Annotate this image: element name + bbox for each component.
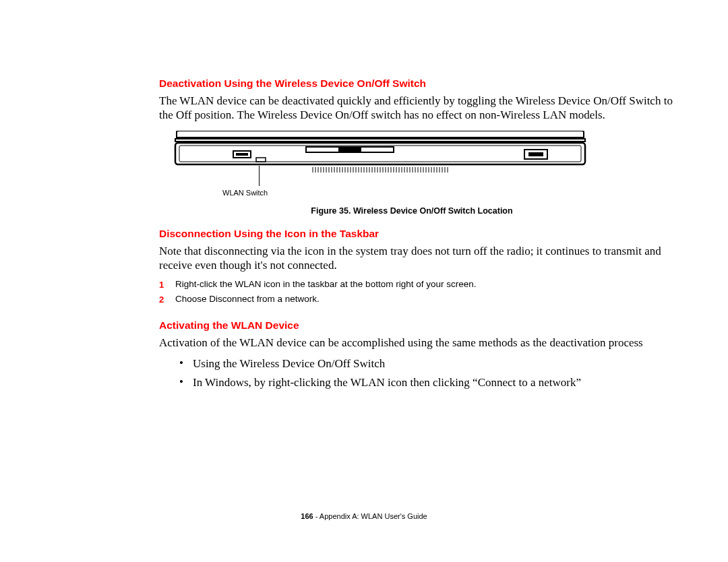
- device-figure: WLAN Switch: [171, 131, 589, 177]
- bullet-icon: •: [179, 375, 193, 389]
- step-text: Right-click the WLAN icon in the taskbar…: [175, 279, 476, 290]
- figure-wrap: WLAN Switch Figure 35. Wireless Device O…: [171, 131, 679, 216]
- page-footer: 166 - Appendix A: WLAN User's Guide: [0, 512, 728, 520]
- numbered-steps: 1 Right-click the WLAN icon in the taskb…: [159, 279, 679, 305]
- section3-body: Activation of the WLAN device can be acc…: [159, 336, 679, 350]
- step-row: 2 Choose Disconnect from a network.: [159, 294, 679, 305]
- step-number: 2: [159, 294, 175, 305]
- figure-caption: Figure 35. Wireless Device On/Off Switch…: [144, 206, 679, 216]
- footer-sep: -: [313, 512, 320, 520]
- callout-leader-line: [259, 166, 260, 186]
- svg-rect-4: [236, 153, 248, 156]
- section3-heading: Activating the WLAN Device: [159, 319, 679, 332]
- step-number: 1: [159, 279, 175, 290]
- bullet-row: • In Windows, by right-clicking the WLAN…: [179, 375, 679, 389]
- page-number: 166: [301, 512, 313, 520]
- section2-body: Note that disconnecting via the icon in …: [159, 244, 679, 273]
- svg-rect-9: [528, 152, 543, 156]
- svg-rect-0: [175, 139, 585, 142]
- page-content: Deactivation Using the Wireless Device O…: [0, 0, 728, 389]
- step-text: Choose Disconnect from a network.: [175, 294, 320, 305]
- bullet-text: In Windows, by right-clicking the WLAN i…: [193, 375, 581, 389]
- section2-heading: Disconnection Using the Icon in the Task…: [159, 228, 679, 240]
- footer-text: Appendix A: WLAN User's Guide: [320, 512, 427, 520]
- svg-rect-5: [256, 158, 266, 162]
- figure-callout: WLAN Switch: [222, 189, 268, 197]
- section1-heading: Deactivation Using the Wireless Device O…: [159, 77, 679, 90]
- step-row: 1 Right-click the WLAN icon in the taskb…: [159, 279, 679, 290]
- svg-rect-7: [338, 147, 361, 152]
- section1-body: The WLAN device can be deactivated quick…: [159, 94, 679, 123]
- bullet-icon: •: [179, 356, 193, 371]
- bullet-list: • Using the Wireless Device On/Off Switc…: [179, 356, 679, 389]
- bullet-row: • Using the Wireless Device On/Off Switc…: [179, 356, 679, 371]
- bullet-text: Using the Wireless Device On/Off Switch: [193, 356, 385, 371]
- laptop-side-svg: [171, 131, 589, 177]
